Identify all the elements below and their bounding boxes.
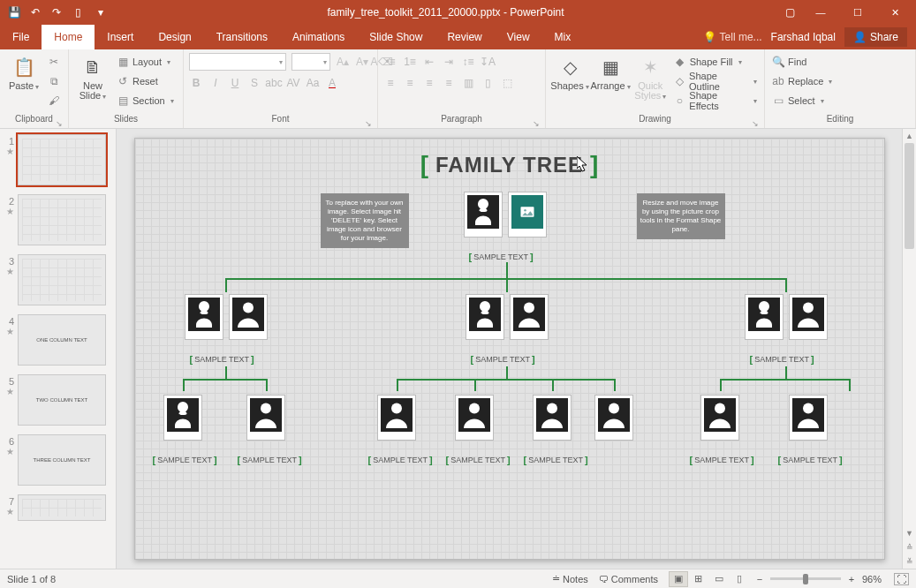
photo-card[interactable] [185, 294, 223, 340]
justify-icon[interactable]: ≡ [442, 76, 456, 90]
thumbnail-1[interactable]: 1★ [4, 134, 112, 185]
new-slide-button[interactable]: 🗎 New Slide▾ [74, 53, 111, 102]
tab-mix[interactable]: Mix [542, 25, 584, 49]
shadow-icon[interactable]: S [247, 76, 261, 90]
decrease-font-icon[interactable]: A▾ [355, 55, 369, 69]
fit-to-window-button[interactable]: ⛶ [894, 573, 909, 585]
slide-thumbnails-panel[interactable]: 1★ 2★ 3★ 4★ONE COLUMN TEXT 5★TWO COLUMN … [0, 129, 117, 569]
strikethrough-icon[interactable]: abc [267, 76, 281, 90]
tree-l3-1[interactable] [163, 395, 202, 441]
next-slide-icon[interactable]: ≚ [903, 554, 916, 569]
redo-icon[interactable]: ↷ [49, 5, 64, 19]
comments-button[interactable]: 🗨Comments [594, 569, 663, 588]
thumbnail-3[interactable]: 3★ [4, 254, 112, 305]
callout-right[interactable]: Resize and move image by using the pictu… [637, 193, 725, 239]
scrollbar-track[interactable] [903, 143, 916, 526]
text-direction-icon[interactable]: ↧A [481, 55, 495, 69]
arrange-button[interactable]: ▦Arrange▾ [592, 53, 629, 92]
photo-card[interactable] [700, 395, 739, 441]
minimize-button[interactable]: ― [803, 0, 838, 25]
tab-transitions[interactable]: Transitions [204, 25, 280, 49]
increase-font-icon[interactable]: A▴ [336, 55, 350, 69]
tab-slideshow[interactable]: Slide Show [357, 25, 435, 49]
tree-l3-6[interactable] [594, 395, 633, 441]
tell-me-search[interactable]: 💡Tell me... [703, 31, 762, 43]
align-left-icon[interactable]: ≡ [383, 76, 397, 90]
photo-card[interactable] [377, 395, 416, 441]
increase-indent-icon[interactable]: ⇥ [442, 55, 456, 69]
tree-l3-5[interactable] [533, 395, 572, 441]
vertical-scrollbar[interactable]: ▲ ▼ ≙ ≚ [902, 129, 916, 569]
reading-view-button[interactable]: ▭ [709, 571, 729, 587]
tree-l2-pair-1[interactable] [185, 294, 268, 340]
scroll-down-icon[interactable]: ▼ [903, 526, 916, 540]
tab-view[interactable]: View [495, 25, 542, 49]
tab-review[interactable]: Review [435, 25, 494, 49]
shape-outline-button[interactable]: ◇Shape Outline▾ [672, 72, 759, 90]
photo-card[interactable] [229, 294, 268, 340]
qat-more-icon[interactable]: ▾ [94, 5, 108, 19]
tab-file[interactable]: File [0, 25, 42, 49]
font-launcher-icon[interactable]: ↘ [365, 119, 372, 128]
photo-placeholder[interactable] [508, 192, 547, 237]
tree-l3-7[interactable] [700, 395, 739, 441]
layout-button[interactable]: ▦Layout▾ [115, 53, 176, 71]
change-case-icon[interactable]: Aa [306, 76, 320, 90]
bullets-icon[interactable]: •≡ [383, 55, 397, 69]
tab-home[interactable]: Home [42, 25, 95, 49]
tree-l3-3[interactable] [377, 395, 416, 441]
photo-card[interactable] [789, 294, 828, 340]
shapes-button[interactable]: ◇Shapes▾ [551, 53, 588, 92]
clipboard-launcher-icon[interactable]: ↘ [56, 119, 63, 128]
close-button[interactable]: ✕ [877, 0, 912, 25]
undo-icon[interactable]: ↶ [28, 5, 42, 19]
columns-icon[interactable]: ▥ [461, 76, 475, 90]
font-size-combo[interactable] [291, 53, 330, 71]
sample-label-l3-2[interactable]: [SAMPLE TEXT] [238, 455, 302, 465]
tree-l2-pair-2[interactable] [466, 294, 549, 340]
quick-styles-button[interactable]: ✶Quick Styles▾ [632, 53, 669, 102]
cut-button[interactable]: ✂ [46, 53, 62, 71]
tab-insert[interactable]: Insert [95, 25, 146, 49]
zoom-slider[interactable] [770, 577, 841, 580]
start-from-beginning-icon[interactable]: ▯ [71, 5, 85, 19]
copy-button[interactable]: ⧉ [46, 72, 62, 90]
italic-icon[interactable]: I [208, 76, 223, 90]
find-button[interactable]: 🔍Find [770, 53, 834, 71]
align-center-icon[interactable]: ≡ [403, 76, 417, 90]
drawing-launcher-icon[interactable]: ↘ [752, 119, 759, 128]
photo-card[interactable] [466, 294, 504, 340]
section-button[interactable]: ▤Section▾ [115, 92, 176, 109]
numbering-icon[interactable]: 1≡ [403, 55, 417, 69]
zoom-in-button[interactable]: + [846, 574, 857, 584]
photo-card[interactable] [594, 395, 633, 441]
align-right-icon[interactable]: ≡ [422, 76, 436, 90]
sorter-view-button[interactable]: ⊞ [689, 571, 708, 587]
sample-label-l3-4[interactable]: [SAMPLE TEXT] [446, 455, 511, 465]
sample-label-l2-2[interactable]: [SAMPLE TEXT] [471, 354, 535, 365]
photo-card[interactable] [455, 395, 494, 441]
thumbnail-4[interactable]: 4★ONE COLUMN TEXT [4, 314, 112, 366]
zoom-value[interactable]: 96% [862, 574, 882, 584]
font-color-icon[interactable]: A [325, 76, 339, 90]
share-button[interactable]: 👤Share [844, 27, 907, 47]
maximize-button[interactable]: ☐ [840, 0, 875, 25]
underline-icon[interactable]: U [228, 76, 242, 90]
line-spacing-icon[interactable]: ↕≡ [461, 55, 475, 69]
smartart-icon[interactable]: ⬚ [500, 76, 514, 90]
font-family-combo[interactable] [189, 53, 286, 71]
paste-button[interactable]: 📋 Paste▾ [5, 53, 42, 92]
photo-card[interactable] [464, 192, 503, 237]
replace-button[interactable]: abReplace▾ [770, 72, 834, 90]
select-button[interactable]: ▭Select▾ [770, 92, 834, 109]
photo-card[interactable] [510, 294, 549, 340]
reset-button[interactable]: ↺Reset [115, 72, 176, 90]
normal-view-button[interactable]: ▣ [669, 571, 688, 587]
tab-design[interactable]: Design [146, 25, 203, 49]
photo-card[interactable] [533, 395, 572, 441]
photo-card[interactable] [789, 395, 828, 441]
notes-button[interactable]: ≐Notes [547, 569, 594, 588]
sample-label-top[interactable]: [SAMPLE TEXT] [469, 252, 534, 262]
photo-card[interactable] [745, 294, 784, 340]
callout-left[interactable]: To replace with your own image. Select i… [321, 193, 409, 248]
